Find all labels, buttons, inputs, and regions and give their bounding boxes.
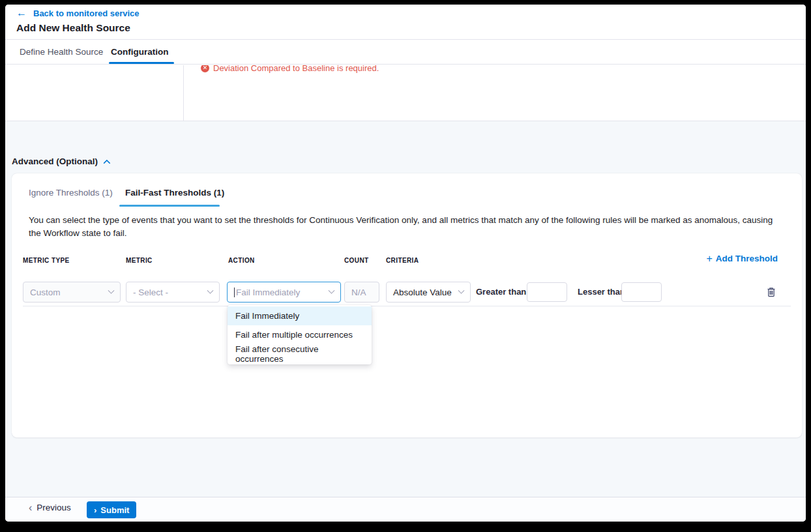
column-header-count: COUNT <box>344 257 369 264</box>
lesser-than-input[interactable] <box>621 282 662 302</box>
trash-icon <box>766 286 776 298</box>
metric-value: - Select - <box>133 288 168 297</box>
dropdown-option-fail-after-multiple[interactable]: Fail after multiple occurrences <box>228 325 372 344</box>
tab-ignore-thresholds[interactable]: Ignore Thresholds (1) <box>29 188 113 198</box>
plus-icon: + <box>706 254 712 263</box>
content-area: ✕ Deviation Compared to Baseline is requ… <box>5 65 806 497</box>
panel-vertical-divider <box>183 65 184 121</box>
action-select[interactable]: Fail Immediately <box>227 282 341 303</box>
metric-type-value: Custom <box>30 288 61 297</box>
action-dropdown-menu: Fail Immediately Fail after multiple occ… <box>228 305 372 364</box>
text-caret <box>234 288 235 297</box>
column-header-metric-type: METRIC TYPE <box>23 257 70 264</box>
dropdown-option-fail-after-consecutive[interactable]: Fail after consecutive occurrences <box>228 344 372 363</box>
thresholds-card: Ignore Thresholds (1) Fail-Fast Threshol… <box>12 173 802 437</box>
tab-define-health-source[interactable]: Define Health Source <box>20 47 103 57</box>
configuration-panel: ✕ Deviation Compared to Baseline is requ… <box>5 65 806 121</box>
tab-configuration[interactable]: Configuration <box>111 47 168 57</box>
row-divider <box>23 306 791 306</box>
back-to-monitored-service-link[interactable]: ← Back to monitored service <box>16 8 140 18</box>
column-header-action: ACTION <box>228 257 255 264</box>
main-tab-bar: Define Health Source Configuration <box>5 40 806 65</box>
tab-fail-fast-thresholds[interactable]: Fail-Fast Thresholds (1) <box>125 188 224 198</box>
column-header-metric: METRIC <box>126 257 153 264</box>
wizard-footer: ‹ Previous › Submit <box>5 497 806 522</box>
previous-label: Previous <box>37 503 71 512</box>
chevron-left-icon: ‹ <box>29 503 32 512</box>
advanced-section-label: Advanced (Optional) <box>12 156 98 166</box>
metric-type-select[interactable]: Custom <box>23 282 121 303</box>
chevron-down-icon <box>329 287 335 293</box>
chevron-down-icon <box>207 287 214 293</box>
back-arrow-icon: ← <box>16 8 27 18</box>
greater-than-label: Greater than <box>476 287 526 297</box>
add-threshold-button[interactable]: + Add Threshold <box>706 254 778 263</box>
action-value-wrap: Fail Immediately <box>234 288 300 297</box>
page-title: Add New Health Source <box>16 22 130 34</box>
back-link-label: Back to monitored service <box>33 8 140 18</box>
chevron-down-icon <box>108 287 115 293</box>
active-card-tab-underline <box>119 205 220 207</box>
page-header: ← Back to monitored service Add New Heal… <box>5 5 806 40</box>
active-tab-underline <box>109 62 174 64</box>
validation-error: ✕ Deviation Compared to Baseline is requ… <box>201 65 379 73</box>
dropdown-option-fail-immediately[interactable]: Fail Immediately <box>228 306 372 325</box>
submit-button[interactable]: › Submit <box>87 501 136 518</box>
submit-label: Submit <box>100 505 129 515</box>
chevron-up-icon <box>103 159 110 166</box>
column-header-criteria: CRITERIA <box>386 257 419 264</box>
criteria-select[interactable]: Absolute Value <box>386 282 471 303</box>
delete-threshold-button[interactable] <box>765 285 778 299</box>
add-threshold-label: Add Threshold <box>716 254 778 263</box>
previous-button[interactable]: ‹ Previous <box>29 503 71 512</box>
advanced-section-toggle[interactable]: Advanced (Optional) <box>12 156 111 166</box>
error-message: Deviation Compared to Baseline is requir… <box>213 65 379 73</box>
metric-select[interactable]: - Select - <box>126 282 220 303</box>
app-window: ← Back to monitored service Add New Heal… <box>5 5 806 522</box>
greater-than-input[interactable] <box>527 282 567 302</box>
criteria-value: Absolute Value <box>393 288 452 297</box>
count-value: N/A <box>351 288 366 297</box>
action-value: Fail Immediately <box>236 288 300 297</box>
count-input[interactable]: N/A <box>344 282 379 303</box>
chevron-right-icon: › <box>94 505 96 515</box>
error-icon: ✕ <box>201 65 209 72</box>
chevron-down-icon <box>458 287 465 293</box>
lesser-than-label: Lesser than <box>578 287 625 297</box>
thresholds-description: You can select the type of events that y… <box>29 214 785 239</box>
